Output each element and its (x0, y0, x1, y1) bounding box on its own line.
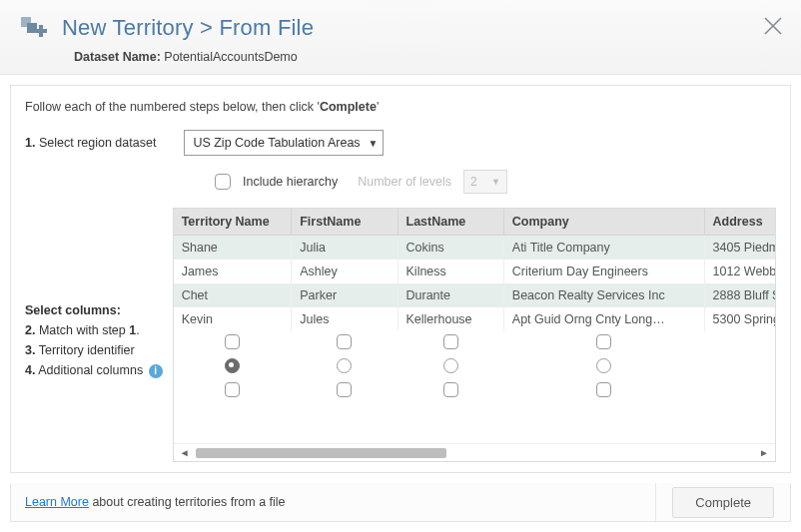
identifier-selector-row (174, 355, 775, 379)
table-row: ChetParkerDuranteBeacon Realty Services … (174, 283, 775, 307)
match-checkbox[interactable] (596, 334, 611, 349)
region-dataset-select[interactable]: US Zip Code Tabulation Areas (184, 130, 384, 156)
dialog-title: New Territory > From File (62, 15, 314, 41)
table-cell: Ati Title Company (503, 236, 704, 261)
match-checkbox[interactable] (225, 334, 240, 349)
territory-icon (18, 12, 50, 44)
svg-rect-3 (35, 29, 47, 33)
column-header[interactable]: Company (503, 209, 704, 236)
table-cell: James (174, 260, 292, 283)
table-cell: 1012 Webbs Chapel Rd (704, 260, 775, 283)
close-icon[interactable] (761, 14, 785, 38)
additional-checkbox[interactable] (225, 382, 240, 397)
select-columns-heading: Select columns: (25, 303, 163, 317)
columns-grid: Territory NameFirstNameLastNameCompanyAd… (173, 208, 776, 462)
match-checkbox[interactable] (443, 334, 458, 349)
table-cell: Cokins (398, 236, 503, 261)
column-selector-row (174, 331, 775, 355)
table-cell: Criterium Day Engineers (503, 260, 704, 283)
levels-label: Number of levels (358, 175, 451, 189)
dialog-header: New Territory > From File Dataset Name: … (0, 0, 801, 75)
info-icon[interactable]: i (149, 364, 163, 378)
scroll-left-arrow[interactable]: ◄ (180, 447, 190, 458)
table-cell: Kilness (398, 260, 503, 283)
horizontal-scrollbar[interactable]: ◄ ► (174, 443, 775, 461)
table-cell: Apt Guid Orng Cnty Long… (503, 307, 704, 331)
include-hierarchy-label: Include hierarchy (243, 175, 338, 189)
footer-help: Learn More about creating territories fr… (11, 483, 656, 521)
table-cell: 3405 Piedmont Rd Ne (704, 236, 775, 261)
identifier-radio[interactable] (225, 358, 240, 373)
dataset-label: Dataset Name: (74, 50, 161, 64)
table-cell: Beacon Realty Services Inc (503, 283, 704, 307)
table-cell: Ashley (292, 260, 398, 283)
table-row: JamesAshleyKilnessCriterium Day Engineer… (174, 260, 775, 283)
table-cell: 2888 Bluff St #-450 (704, 283, 775, 307)
step4-label: 4. Additional columns i (25, 363, 163, 378)
table-cell: Parker (292, 283, 398, 307)
complete-button[interactable]: Complete (672, 487, 774, 518)
chevron-down-icon: ▼ (491, 177, 500, 187)
table-row: ShaneJuliaCokinsAti Title Company3405 Pi… (174, 236, 775, 261)
learn-more-link[interactable]: Learn More (25, 495, 89, 509)
table-row: KevinJulesKellerhouseApt Guid Orng Cnty … (174, 307, 775, 331)
additional-checkbox[interactable] (596, 382, 611, 397)
table-cell: Durante (398, 283, 503, 307)
column-header[interactable]: Territory Name (174, 209, 292, 236)
column-selector-row (174, 379, 775, 403)
column-header[interactable]: Address (704, 209, 775, 236)
include-hierarchy-checkbox[interactable] (215, 174, 231, 190)
table-cell: Shane (174, 236, 292, 261)
table-cell: Kellerhouse (398, 307, 503, 331)
scroll-right-arrow[interactable]: ► (759, 447, 769, 458)
step2-label: 2. Match with step 1. (25, 323, 163, 337)
table-cell: Chet (174, 283, 292, 307)
identifier-radio[interactable] (443, 358, 458, 373)
additional-checkbox[interactable] (337, 382, 352, 397)
table-cell: Julia (292, 236, 398, 261)
table-cell: 5300 Springboro Pike (704, 307, 775, 331)
dataset-row: Dataset Name: PotentialAccountsDemo (74, 50, 783, 64)
column-header[interactable]: FirstName (292, 209, 398, 236)
table-cell: Jules (292, 307, 398, 331)
scrollbar-thumb[interactable] (196, 448, 446, 458)
additional-checkbox[interactable] (443, 382, 458, 397)
identifier-radio[interactable] (337, 358, 352, 373)
step1-label: 1. Select region dataset (25, 136, 156, 150)
match-checkbox[interactable] (337, 334, 352, 349)
step3-label: 3. Territory identifier (25, 343, 163, 357)
column-header[interactable]: LastName (398, 209, 503, 236)
identifier-radio[interactable] (596, 358, 611, 373)
table-cell: Kevin (174, 307, 292, 331)
levels-select: 2 ▼ (463, 170, 507, 194)
dataset-name: PotentialAccountsDemo (164, 50, 297, 64)
instructions: Follow each of the numbered steps below,… (25, 100, 776, 114)
